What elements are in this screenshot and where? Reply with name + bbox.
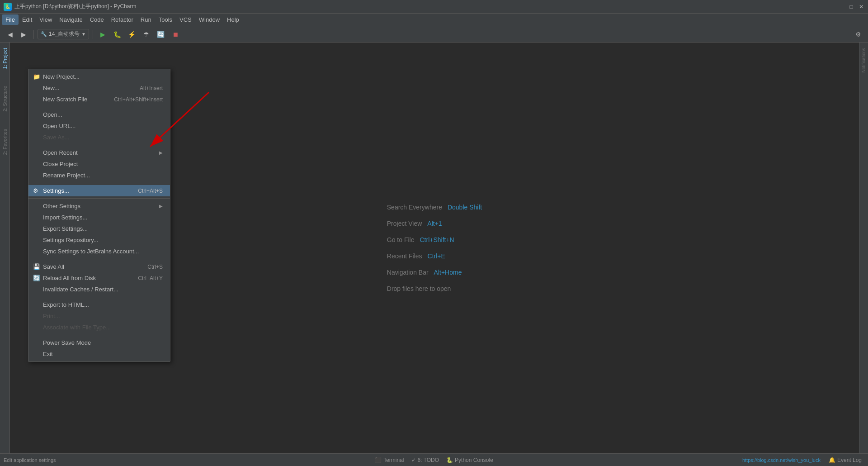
debug-button[interactable]: 🐛 (111, 28, 124, 41)
profile-button[interactable]: ⚡ (126, 28, 138, 41)
rename-project-label: Rename Project... (43, 172, 163, 179)
file-menu-section-settings: ⚙ Settings... Ctrl+Alt+S (28, 183, 170, 198)
go-to-file-label: Go to File (387, 236, 415, 243)
bottom-tabs: ⬛ Terminal ✓ 6: TODO 🐍 Python Console (372, 456, 496, 464)
reload-all-label: Reload All from Disk (43, 275, 131, 281)
menu-item-settings[interactable]: ⚙ Settings... Ctrl+Alt+S (28, 185, 170, 196)
menu-window[interactable]: Window (195, 14, 223, 25)
notifications-panel[interactable]: Notifications (859, 44, 868, 76)
menu-item-new[interactable]: New... Alt+Insert (28, 82, 170, 94)
menu-item-rename-project[interactable]: Rename Project... (28, 170, 170, 181)
menu-file[interactable]: File (2, 14, 19, 25)
menu-help[interactable]: Help (223, 14, 243, 25)
stop-button[interactable]: ⏹ (169, 28, 182, 41)
menu-item-open[interactable]: Open... (28, 109, 170, 120)
project-view-label: Project View (387, 220, 422, 227)
new-shortcut: Alt+Insert (140, 85, 163, 91)
file-menu-section-power: Power Save Mode Exit (28, 335, 170, 361)
menu-refactor[interactable]: Refactor (108, 14, 137, 25)
event-log-tab[interactable]: 🔔 Event Log (826, 456, 864, 464)
todo-icon: ✓ (411, 457, 416, 463)
close-project-label: Close Project (43, 161, 163, 167)
toolbar-separator-2 (93, 30, 93, 39)
menu-edit[interactable]: Edit (19, 14, 36, 25)
left-panel-tabs: 1: Project 2: Structure 2: Favorites (0, 43, 10, 453)
export-html-label: Export to HTML... (43, 301, 163, 308)
maximize-button[interactable]: □ (848, 4, 854, 10)
main-layout: 1: Project 2: Structure 2: Favorites Sea… (0, 43, 868, 453)
project-tab[interactable]: 1: Project (0, 44, 10, 72)
menu-code[interactable]: Code (86, 14, 108, 25)
new-project-label: New Project... (43, 73, 163, 80)
toolbar-back-button[interactable]: ◀ (4, 28, 16, 41)
structure-tab-label: 2: Structure (2, 86, 8, 112)
menu-view[interactable]: View (36, 14, 56, 25)
structure-tab[interactable]: 2: Structure (0, 82, 10, 115)
menu-item-associate-file-type: Associate with File Type... (28, 322, 170, 333)
menu-item-open-url[interactable]: Open URL... (28, 120, 170, 132)
menu-tools[interactable]: Tools (155, 14, 176, 25)
settings-toolbar-button[interactable]: ⚙ (852, 28, 864, 41)
open-url-label: Open URL... (43, 123, 163, 129)
menu-item-new-project[interactable]: 📁 New Project... (28, 71, 170, 82)
project-tab-label: 1: Project (2, 48, 8, 69)
menu-item-power-save[interactable]: Power Save Mode (28, 337, 170, 348)
menu-item-export-settings[interactable]: Export Settings... (28, 223, 170, 234)
file-menu-section-new: 📁 New Project... New... Alt+Insert New S… (28, 69, 170, 107)
minimize-button[interactable]: — (838, 4, 844, 10)
menu-item-sync-settings[interactable]: Sync Settings to JetBrains Account... (28, 246, 170, 257)
run-config-selector[interactable]: 🔧 14_自动求号 ▼ (38, 29, 89, 39)
menu-run[interactable]: Run (137, 14, 155, 25)
python-console-tab[interactable]: 🐍 Python Console (443, 456, 496, 464)
edit-application-settings[interactable]: Edit application settings (4, 457, 56, 463)
content-area: Search Everywhere Double Shift Project V… (10, 43, 859, 453)
menu-item-close-project[interactable]: Close Project (28, 158, 170, 170)
todo-label: 6: TODO (418, 457, 439, 463)
menu-item-invalidate-caches[interactable]: Invalidate Caches / Restart... (28, 284, 170, 295)
file-menu-section-export: Export to HTML... Print... Associate wit… (28, 297, 170, 335)
run-config-label: 14_自动求号 (49, 30, 80, 38)
reload-all-shortcut: Ctrl+Alt+Y (138, 275, 163, 281)
toolbar-separator-1 (33, 30, 34, 39)
status-bar-left: Edit application settings (4, 457, 56, 463)
todo-tab[interactable]: ✓ 6: TODO (409, 456, 442, 464)
menu-item-reload-all[interactable]: 🔄 Reload All from Disk Ctrl+Alt+Y (28, 272, 170, 284)
event-log-label: Event Log (837, 457, 862, 463)
menu-item-settings-repo[interactable]: Settings Repository... (28, 234, 170, 246)
menu-item-export-html[interactable]: Export to HTML... (28, 299, 170, 310)
save-all-label: Save All (43, 263, 140, 270)
menu-item-import-settings[interactable]: Import Settings... (28, 212, 170, 223)
menu-item-other-settings[interactable]: Other Settings ▶ (28, 200, 170, 212)
status-bar-right: https://blog.csdn.net/wish_you_luck 🔔 Ev… (742, 456, 864, 464)
menu-vcs[interactable]: VCS (176, 14, 195, 25)
settings-shortcut: Ctrl+Alt+S (138, 188, 163, 194)
coverage-button[interactable]: ☂ (140, 28, 153, 41)
favorites-tab[interactable]: 2: Favorites (0, 125, 10, 158)
event-log-icon: 🔔 (829, 457, 835, 463)
python-console-icon: 🐍 (446, 457, 453, 463)
app-icon: 🐍 (4, 3, 12, 11)
shortcut-search-everywhere: Search Everywhere Double Shift (387, 204, 482, 211)
save-all-icon: 💾 (33, 263, 40, 270)
terminal-icon: ⬛ (375, 457, 382, 463)
menu-item-print: Print... (28, 310, 170, 322)
close-button[interactable]: ✕ (858, 4, 864, 10)
run-button[interactable]: ▶ (97, 28, 109, 41)
save-as-label: Save As... (43, 134, 163, 141)
other-settings-label: Other Settings (43, 203, 159, 209)
menu-item-save-all[interactable]: 💾 Save All Ctrl+S (28, 261, 170, 272)
menu-navigate[interactable]: Navigate (56, 14, 86, 25)
new-project-icon: 📁 (33, 73, 40, 80)
terminal-tab[interactable]: ⬛ Terminal (372, 456, 406, 464)
shortcut-project-view: Project View Alt+1 (387, 220, 482, 227)
navigation-bar-label: Navigation Bar (387, 269, 429, 276)
run-with-coverage-button[interactable]: 🔄 (155, 28, 167, 41)
menu-item-open-recent[interactable]: Open Recent ▶ (28, 147, 170, 158)
menu-item-exit[interactable]: Exit (28, 348, 170, 360)
toolbar-forward-button[interactable]: ▶ (17, 28, 30, 41)
go-to-file-key: Ctrl+Shift+N (420, 236, 454, 243)
invalidate-caches-label: Invalidate Caches / Restart... (43, 286, 163, 293)
menu-item-new-scratch[interactable]: New Scratch File Ctrl+Alt+Shift+Insert (28, 94, 170, 105)
new-scratch-shortcut: Ctrl+Alt+Shift+Insert (114, 96, 163, 103)
project-view-key: Alt+1 (427, 220, 442, 227)
